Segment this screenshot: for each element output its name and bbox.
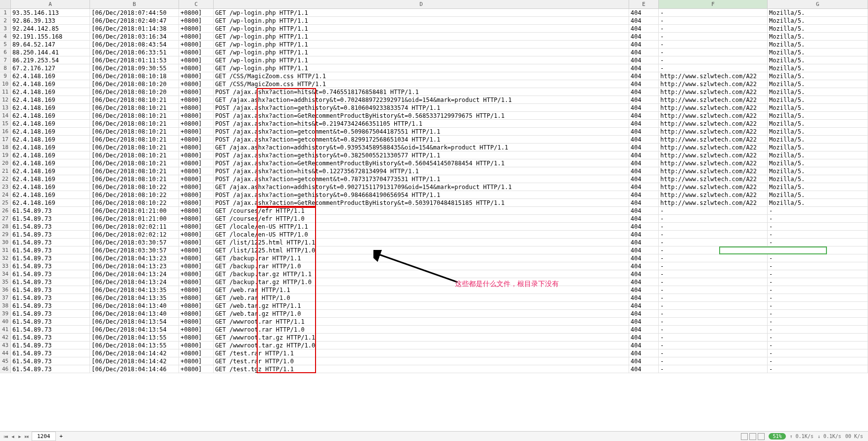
tab-nav-prev-icon[interactable]: ◀ (9, 433, 16, 440)
cell-status[interactable]: 404 (629, 318, 659, 325)
cell-referer[interactable]: http://www.szlwtech.com/A22 (659, 104, 768, 111)
cell-referer[interactable]: http://www.szlwtech.com/A22 (659, 199, 768, 206)
cell-ua[interactable]: Mozilla/5. (768, 64, 868, 72)
cell-referer[interactable]: - (659, 310, 768, 317)
cell-ip[interactable]: 62.4.148.169 (11, 199, 90, 206)
cell-status[interactable]: 404 (629, 207, 659, 214)
cell-request[interactable]: GET /test.tgz HTTP/1.1 (214, 365, 629, 373)
row-header[interactable]: 4 (0, 33, 11, 40)
cell-status[interactable]: 404 (629, 278, 659, 286)
cell-status[interactable]: 404 (629, 357, 659, 365)
cell-request[interactable]: GET /wp-login.php HTTP/1.1 (214, 33, 629, 40)
cell-timestamp[interactable]: [06/Dec/2018:03:16:34 (90, 33, 179, 40)
cell-request[interactable]: GET /test.rar HTTP/1.1 (214, 349, 629, 357)
cell-ip[interactable]: 61.54.89.73 (11, 334, 90, 341)
cell-tz[interactable]: +0800] (179, 104, 214, 111)
cell-ip[interactable]: 61.54.89.73 (11, 326, 90, 333)
cell-ua[interactable]: - (768, 239, 868, 246)
cell-ua[interactable]: - (768, 254, 868, 262)
cell-timestamp[interactable]: [06/Dec/2018:08:43:54 (90, 41, 179, 48)
cell-status[interactable]: 404 (629, 72, 659, 80)
table-row[interactable]: 2462.4.148.169[06/Dec/2018:08:10:22+0800… (0, 191, 868, 199)
cell-ip[interactable]: 62.4.148.169 (11, 112, 90, 119)
cell-ua[interactable]: Mozilla/5. (768, 136, 868, 143)
table-row[interactable]: 1062.4.148.169[06/Dec/2018:08:10:20+0800… (0, 80, 868, 88)
table-row[interactable]: 1962.4.148.169[06/Dec/2018:08:10:21+0800… (0, 151, 868, 159)
cell-tz[interactable]: +0800] (179, 342, 214, 349)
cell-ua[interactable]: Mozilla/5. (768, 17, 868, 24)
cell-ip[interactable]: 61.54.89.73 (11, 223, 90, 230)
cell-request[interactable]: GET /locale/en-US HTTP/1.1 (214, 223, 629, 230)
row-header[interactable]: 20 (0, 159, 11, 167)
cell-status[interactable]: 404 (629, 80, 659, 88)
cell-request[interactable]: GET /wwwroot.rar HTTP/1.0 (214, 326, 629, 333)
cell-ip[interactable]: 62.4.148.169 (11, 88, 90, 96)
cell-ip[interactable]: 61.54.89.73 (11, 207, 90, 214)
cell-ip[interactable]: 61.54.89.73 (11, 239, 90, 246)
cell-tz[interactable]: +0800] (179, 120, 214, 127)
cell-ip[interactable]: 62.4.148.169 (11, 104, 90, 111)
cell-ua[interactable]: Mozilla/5. (768, 112, 868, 119)
cell-request[interactable]: GET /test.rar HTTP/1.0 (214, 357, 629, 365)
cell-status[interactable]: 404 (629, 183, 659, 191)
table-row[interactable]: 867.2.176.127[06/Dec/2018:09:30:55+0800]… (0, 64, 868, 72)
cell-tz[interactable]: +0800] (179, 183, 214, 191)
select-all-corner[interactable] (0, 0, 11, 8)
row-header[interactable]: 41 (0, 326, 11, 333)
cell-ip[interactable]: 61.54.89.73 (11, 365, 90, 373)
cell-request[interactable]: GET /web.rar HTTP/1.1 (214, 286, 629, 294)
cell-tz[interactable]: +0800] (179, 223, 214, 230)
cell-referer[interactable]: - (659, 25, 768, 32)
row-header[interactable]: 8 (0, 64, 11, 72)
row-header[interactable]: 29 (0, 231, 11, 238)
table-row[interactable]: 688.250.144.41[06/Dec/2018:06:33:51+0800… (0, 49, 868, 56)
cell-referer[interactable]: - (659, 64, 768, 72)
cell-referer[interactable]: - (659, 326, 768, 333)
table-row[interactable]: 2562.4.148.169[06/Dec/2018:08:10:22+0800… (0, 199, 868, 207)
cell-timestamp[interactable]: [06/Dec/2018:08:10:21 (90, 159, 179, 167)
cell-timestamp[interactable]: [06/Dec/2018:04:13:40 (90, 302, 179, 309)
cell-tz[interactable]: +0800] (179, 41, 214, 48)
cell-request[interactable]: POST /ajax.ashx?action=gethistory&t=0.81… (214, 104, 629, 111)
cell-ip[interactable]: 61.54.89.73 (11, 310, 90, 317)
cell-tz[interactable]: +0800] (179, 365, 214, 373)
table-row[interactable]: 1662.4.148.169[06/Dec/2018:08:10:21+0800… (0, 128, 868, 136)
cell-tz[interactable]: +0800] (179, 310, 214, 317)
cell-ip[interactable]: 61.54.89.73 (11, 246, 90, 254)
row-header[interactable]: 18 (0, 144, 11, 151)
cell-status[interactable]: 404 (629, 262, 659, 270)
cell-status[interactable]: 404 (629, 49, 659, 56)
table-row[interactable]: 1562.4.148.169[06/Dec/2018:08:10:21+0800… (0, 120, 868, 128)
cell-timestamp[interactable]: [06/Dec/2018:08:10:21 (90, 151, 179, 159)
row-header[interactable]: 39 (0, 310, 11, 317)
col-header-F[interactable]: F (659, 0, 768, 8)
cell-referer[interactable]: - (659, 9, 768, 16)
col-header-C[interactable]: C (179, 0, 214, 8)
cell-status[interactable]: 404 (629, 175, 659, 183)
cell-ua[interactable]: - (768, 223, 868, 230)
cell-tz[interactable]: +0800] (179, 64, 214, 72)
cell-ua[interactable]: - (768, 207, 868, 214)
row-header[interactable]: 19 (0, 151, 11, 159)
cell-status[interactable]: 404 (629, 349, 659, 357)
row-header[interactable]: 1 (0, 9, 11, 16)
cell-referer[interactable]: - (659, 262, 768, 270)
cell-referer[interactable]: - (659, 207, 768, 214)
cell-timestamp[interactable]: [06/Dec/2018:09:30:55 (90, 64, 179, 72)
table-row[interactable]: 3861.54.89.73[06/Dec/2018:04:13:40+0800]… (0, 302, 868, 310)
table-row[interactable]: 4561.54.89.73[06/Dec/2018:04:14:42+0800]… (0, 357, 868, 365)
cell-referer[interactable]: - (659, 294, 768, 301)
cell-referer[interactable]: http://www.szlwtech.com/A22 (659, 159, 768, 167)
row-header[interactable]: 3 (0, 25, 11, 32)
cell-ua[interactable]: - (768, 270, 868, 278)
row-header[interactable]: 17 (0, 136, 11, 143)
tab-nav-first-icon[interactable]: ⏮ (2, 433, 9, 440)
cell-tz[interactable]: +0800] (179, 9, 214, 16)
cell-referer[interactable]: - (659, 231, 768, 238)
cell-request[interactable]: GET /CSS/MagicZoom.css HTTP/1.1 (214, 80, 629, 88)
col-header-B[interactable]: B (90, 0, 179, 8)
cell-request[interactable]: POST /ajax.ashx?action=gethistory&t=0.98… (214, 191, 629, 198)
cell-timestamp[interactable]: [06/Dec/2018:04:13:55 (90, 334, 179, 341)
cell-request[interactable]: POST /ajax.ashx?action=GetRecommentProdu… (214, 199, 629, 206)
cell-tz[interactable]: +0800] (179, 199, 214, 206)
